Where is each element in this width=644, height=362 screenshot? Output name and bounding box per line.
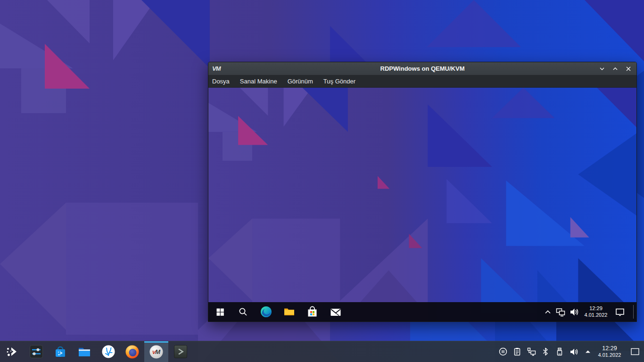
host-time: 12:29 <box>602 345 617 352</box>
virt-manager-window: VM RDPWindows on QEMU/KVM Dosya Sanal Ma… <box>208 62 637 322</box>
virt-manager-logo-icon: VM <box>212 65 221 72</box>
media-pause-icon[interactable] <box>496 341 510 362</box>
terminal-icon[interactable] <box>168 341 192 362</box>
guest-show-desktop[interactable] <box>633 305 634 319</box>
close-button[interactable] <box>624 65 633 73</box>
guest-taskbar: 12:29 4.01.2022 <box>208 302 636 321</box>
menu-sanal-makine[interactable]: Sanal Makine <box>240 78 277 85</box>
hidden-icons-chevron-icon[interactable] <box>542 302 554 321</box>
expand-tray-icon[interactable] <box>581 341 595 362</box>
vm-menubar: Dosya Sanal Makine Görünüm Tuş Gönder <box>208 75 636 88</box>
guest-date: 4.01.2022 <box>585 312 608 319</box>
guest-clock[interactable]: 12:29 4.01.2022 <box>581 302 611 321</box>
guest-volume-icon[interactable] <box>567 302 581 321</box>
app-launcher-icon[interactable] <box>0 341 24 362</box>
guest-display[interactable]: 12:29 4.01.2022 <box>208 88 636 321</box>
menu-gorunum[interactable]: Görünüm <box>288 78 313 85</box>
file-explorer-icon[interactable] <box>278 302 301 321</box>
minimize-button[interactable] <box>598 65 606 73</box>
bluetooth-icon[interactable] <box>538 341 553 362</box>
guest-wallpaper <box>208 88 636 321</box>
mail-icon[interactable] <box>324 302 347 321</box>
host-panel: vM <box>0 341 644 362</box>
removable-device-icon[interactable] <box>553 341 567 362</box>
desktop: { "host": { "wallpaper_colors": { "purpl… <box>0 0 644 362</box>
coral-app-icon[interactable] <box>96 341 120 362</box>
firefox-icon[interactable] <box>120 341 144 362</box>
ethernet-icon[interactable] <box>554 302 567 321</box>
menu-dosya[interactable]: Dosya <box>212 78 230 85</box>
volume-icon[interactable] <box>567 341 581 362</box>
clipboard-icon[interactable] <box>510 341 524 362</box>
action-center-icon[interactable] <box>611 302 629 321</box>
wired-network-icon[interactable] <box>524 341 538 362</box>
vm-window-titlebar[interactable]: VM RDPWindows on QEMU/KVM <box>208 62 636 75</box>
search-icon[interactable] <box>231 302 255 321</box>
host-clock[interactable]: 12:29 4.01.2022 <box>595 341 624 362</box>
svg-text:vM: vM <box>152 348 161 355</box>
maximize-button[interactable] <box>611 65 619 73</box>
discover-software-center-icon[interactable] <box>48 341 72 362</box>
virt-manager-task[interactable]: vM <box>144 341 168 362</box>
microsoft-store-icon[interactable] <box>301 302 324 321</box>
vm-window-title: RDPWindows on QEMU/KVM <box>208 65 636 72</box>
show-desktop-icon[interactable] <box>629 341 641 362</box>
system-settings-icon[interactable] <box>24 341 48 362</box>
guest-time: 12:29 <box>589 305 603 312</box>
menu-tus-gonder[interactable]: Tuş Gönder <box>323 78 355 85</box>
file-manager-icon[interactable] <box>72 341 96 362</box>
host-date: 4.01.2022 <box>598 352 621 358</box>
edge-icon[interactable] <box>255 302 278 321</box>
start-button[interactable] <box>208 302 231 321</box>
